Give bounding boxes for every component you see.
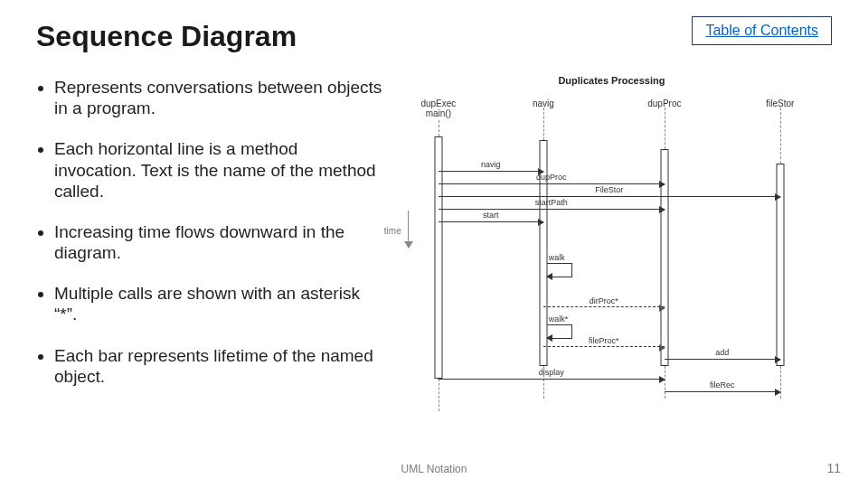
message-display: display	[439, 379, 665, 380]
message-label: dupProc	[536, 173, 567, 182]
diagram-title: Duplicates Processing	[392, 75, 832, 86]
footer-center: UML Notation	[0, 463, 868, 475]
message-dupProc: dupProc	[439, 183, 665, 184]
message-label: fileRec	[710, 380, 735, 389]
time-axis: time	[384, 211, 413, 250]
message-navig: navig	[439, 171, 543, 172]
message-label: walk*	[549, 314, 569, 324]
message-label: fileProc*	[589, 336, 619, 345]
arrow-down-icon	[404, 211, 413, 250]
lifeline-dash	[439, 120, 439, 136]
message-label: FileStor	[595, 185, 623, 194]
message-startPath: startPath	[439, 209, 665, 210]
message-label: start	[483, 211, 499, 220]
bullet-list: Represents conversations between objects…	[36, 77, 384, 387]
message-FileStor: FileStor	[439, 196, 780, 197]
bullet-item: Each bar represents lifetime of the name…	[54, 345, 384, 387]
bullet-item: Increasing time flows downward in the di…	[54, 221, 384, 263]
arrow-icon	[546, 334, 552, 342]
lifeline-fileStor: fileStor	[753, 99, 807, 108]
text-column: Represents conversations between objects…	[36, 77, 384, 420]
bullet-item: Each horizontal line is a method invocat…	[54, 138, 384, 202]
arrow-icon	[538, 219, 544, 226]
arrow-icon	[775, 389, 781, 396]
lifeline-dupProc: dupProc	[637, 99, 692, 108]
arrow-icon	[659, 206, 665, 213]
arrow-icon	[659, 344, 665, 352]
message-fileRec: fileRec	[665, 391, 780, 392]
message-fileProcstar: fileProc*	[543, 346, 665, 347]
arrow-icon	[546, 273, 552, 280]
bullet-item: Multiple calls are shown with an asteris…	[54, 283, 384, 324]
message-label: display	[539, 368, 564, 377]
table-of-contents-link[interactable]: Table of Contents	[692, 16, 832, 45]
message-label: add	[715, 348, 729, 357]
slide: Sequence Diagram Table of Contents Repre…	[0, 0, 868, 488]
self-call-walk: walk	[547, 263, 572, 277]
time-axis-label: time	[384, 226, 401, 236]
header: Sequence Diagram Table of Contents	[36, 20, 832, 53]
sequence-diagram: Duplicates Processing time dupExec main(…	[392, 77, 832, 420]
page-number: 11	[826, 461, 841, 475]
lifeline-dash	[665, 108, 665, 149]
arrow-icon	[775, 356, 781, 363]
arrow-icon	[659, 181, 665, 188]
page-title: Sequence Diagram	[36, 20, 297, 53]
activation-bar	[434, 136, 442, 379]
message-label: walk	[549, 253, 565, 262]
message-label: navig	[481, 160, 501, 169]
message-label: dirProc*	[590, 296, 618, 305]
arrow-icon	[659, 305, 665, 312]
arrow-icon	[775, 193, 781, 201]
bullet-item: Represents conversations between objects…	[54, 77, 384, 118]
lifeline-dupExec: dupExec main()	[411, 99, 466, 118]
message-dirProcstar: dirProc*	[543, 306, 665, 307]
self-call-walkstar: walk*	[547, 324, 572, 339]
lifeline-dash	[439, 379, 439, 411]
arrow-icon	[659, 376, 665, 383]
message-label: startPath	[535, 198, 568, 207]
body: Represents conversations between objects…	[36, 77, 832, 420]
lifeline-dash	[543, 108, 544, 140]
lifeline-dash	[780, 108, 781, 164]
lifeline-label: dupExec main()	[411, 99, 466, 118]
message-start: start	[439, 221, 543, 222]
lifeline-navig: navig	[516, 99, 571, 108]
message-add: add	[665, 359, 780, 360]
